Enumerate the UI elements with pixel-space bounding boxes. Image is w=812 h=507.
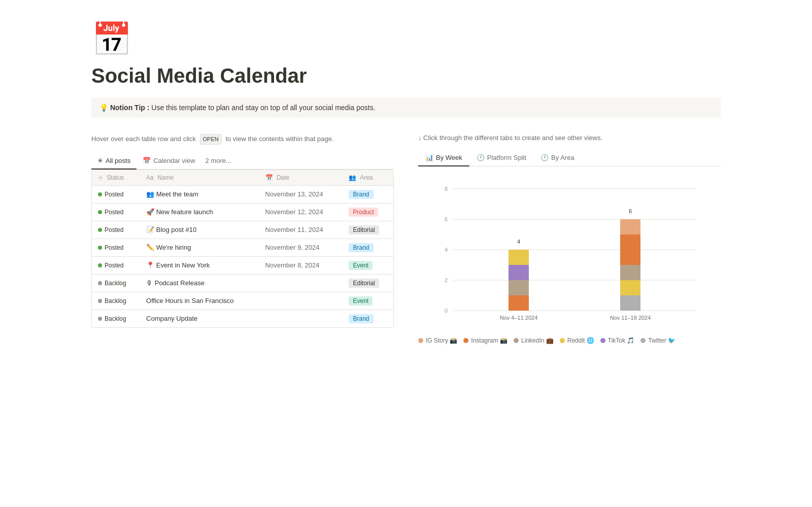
svg-text:8: 8 bbox=[445, 186, 448, 192]
cell-status: Posted bbox=[92, 185, 140, 203]
status-badge: Posted bbox=[98, 262, 123, 269]
table-header-row: ⊹ Status Aa Name 📅 Date bbox=[92, 170, 393, 186]
status-label: Posted bbox=[105, 209, 123, 216]
cell-area: Brand bbox=[343, 185, 393, 203]
right-column: ↓ Click through the different tabs to cr… bbox=[418, 134, 721, 344]
cell-area: Event bbox=[343, 292, 393, 310]
tip-icon: 💡 bbox=[99, 104, 108, 112]
status-dot bbox=[98, 228, 102, 232]
bar-week2-linkedin bbox=[620, 265, 640, 280]
page-title: Social Media Calendar bbox=[91, 64, 721, 87]
cell-status: Posted bbox=[92, 239, 140, 256]
table-row[interactable]: Posted 📍 Event in New YorkNovember 8, 20… bbox=[92, 256, 393, 274]
bar-week2-instagram bbox=[620, 234, 640, 265]
area-tag: Editorial bbox=[349, 225, 379, 234]
page-icon: 📅 bbox=[91, 20, 721, 58]
legend-label-linkedin: LinkedIn 💼 bbox=[521, 337, 554, 344]
svg-text:4: 4 bbox=[445, 247, 448, 253]
open-badge: OPEN bbox=[200, 134, 222, 145]
area-tag: Brand bbox=[349, 190, 373, 199]
chart-tab-by-week[interactable]: 📊 By Week bbox=[418, 150, 469, 166]
tab-calendar-view[interactable]: 📅 Calendar view bbox=[137, 153, 201, 170]
legend-dot-linkedin bbox=[514, 338, 519, 343]
svg-text:Nov 4–11 2024: Nov 4–11 2024 bbox=[500, 315, 538, 321]
cell-name: 🎙 Podcast Release bbox=[140, 274, 259, 292]
cell-status: Posted bbox=[92, 256, 140, 274]
legend-ig-story: IG Story 📸 bbox=[418, 337, 457, 344]
bar-week1-instagram bbox=[509, 295, 529, 311]
legend-instagram: Instagram 📸 bbox=[463, 337, 507, 344]
table-row[interactable]: Backlog Company UpdateBrand bbox=[92, 310, 393, 327]
cell-area: Brand bbox=[343, 310, 393, 327]
chart-tab-by-area[interactable]: 🕐 By Area bbox=[533, 150, 582, 166]
cell-status: Posted bbox=[92, 221, 140, 239]
table-row[interactable]: Posted ✏️ We're hiringNovember 9, 2024Br… bbox=[92, 239, 393, 256]
legend-label-twitter: Twitter 🐦 bbox=[648, 337, 675, 344]
status-badge: Backlog bbox=[98, 315, 126, 322]
tab-all-posts-label: All posts bbox=[106, 157, 130, 164]
notion-tip: 💡 Notion Tip : Use this template to plan… bbox=[91, 97, 721, 118]
tip-label: Notion Tip : bbox=[110, 104, 150, 112]
area-tag: Brand bbox=[349, 243, 373, 252]
table-row[interactable]: Posted 📝 Blog post #10November 11, 2024E… bbox=[92, 221, 393, 239]
legend-linkedin: LinkedIn 💼 bbox=[514, 337, 554, 344]
chart-tab-platform-split[interactable]: 🕐 Platform Split bbox=[469, 150, 533, 166]
table-row[interactable]: Posted 🚀 New feature launchNovember 12, … bbox=[92, 203, 393, 221]
status-col-icon: ⊹ bbox=[98, 174, 103, 181]
legend-dot-instagram bbox=[463, 338, 468, 343]
col-date: 📅 Date bbox=[259, 170, 343, 186]
legend-twitter: Twitter 🐦 bbox=[640, 337, 675, 344]
status-badge: Backlog bbox=[98, 280, 126, 287]
status-dot bbox=[98, 281, 102, 285]
table-row[interactable]: Backlog Office Hours in San FranciscoEve… bbox=[92, 292, 393, 310]
status-dot bbox=[98, 317, 102, 321]
status-dot bbox=[98, 299, 102, 303]
legend-dot-twitter bbox=[640, 338, 646, 343]
tab-all-posts[interactable]: ✳ All posts bbox=[91, 153, 137, 170]
legend-dot-tiktok bbox=[600, 338, 605, 343]
legend-label-instagram: Instagram 📸 bbox=[471, 337, 507, 344]
name-col-icon: Aa bbox=[146, 174, 154, 181]
chart-legend: IG Story 📸 Instagram 📸 LinkedIn 💼 Reddit… bbox=[418, 337, 721, 344]
area-tag: Editorial bbox=[349, 279, 379, 288]
table-row[interactable]: Backlog 🎙 Podcast ReleaseEditorial bbox=[92, 274, 393, 292]
area-tag: Product bbox=[349, 208, 378, 217]
area-tag: Brand bbox=[349, 314, 373, 323]
bar-week2-reddit bbox=[620, 280, 640, 295]
more-tabs-button[interactable]: 2 more... bbox=[201, 153, 235, 168]
status-badge: Posted bbox=[98, 191, 123, 198]
table-tabs-row: ✳ All posts 📅 Calendar view 2 more... bbox=[91, 153, 394, 170]
cell-area: Editorial bbox=[343, 221, 393, 239]
left-instruction: Hover over each table row and click OPEN… bbox=[91, 134, 394, 145]
chart-tabs-row: 📊 By Week 🕐 Platform Split 🕐 By Area bbox=[418, 150, 721, 166]
status-badge: Posted bbox=[98, 226, 123, 233]
legend-label-reddit: Reddit 🌐 bbox=[567, 337, 594, 344]
cell-area: Event bbox=[343, 256, 393, 274]
cell-date bbox=[259, 274, 343, 292]
legend-dot-reddit bbox=[560, 338, 565, 343]
svg-text:6: 6 bbox=[629, 208, 632, 214]
status-badge: Posted bbox=[98, 244, 123, 251]
table-row[interactable]: Posted 👥 Meet the teamNovember 13, 2024B… bbox=[92, 185, 393, 203]
by-area-label: By Area bbox=[551, 154, 574, 161]
chart-instruction: ↓ Click through the different tabs to cr… bbox=[418, 134, 721, 142]
bar-week2-igstory bbox=[620, 219, 640, 234]
legend-label-ig-story: IG Story 📸 bbox=[426, 337, 457, 344]
tab-calendar-view-label: Calendar view bbox=[153, 157, 195, 164]
cell-name: 👥 Meet the team bbox=[140, 185, 259, 203]
cell-name: 📝 Blog post #10 bbox=[140, 221, 259, 239]
status-badge: Backlog bbox=[98, 297, 126, 305]
cell-status: Posted bbox=[92, 203, 140, 221]
by-week-label: By Week bbox=[436, 154, 462, 161]
posts-table: ⊹ Status Aa Name 📅 Date bbox=[91, 170, 394, 328]
platform-split-label: Platform Split bbox=[487, 154, 526, 161]
cell-area: Product bbox=[343, 203, 393, 221]
cell-name: 📍 Event in New York bbox=[140, 256, 259, 274]
page-container: 📅 Social Media Calendar 💡 Notion Tip : U… bbox=[51, 0, 761, 364]
svg-text:Nov 11–18 2024: Nov 11–18 2024 bbox=[610, 315, 651, 321]
cell-name: ✏️ We're hiring bbox=[140, 239, 259, 256]
cell-name: Company Update bbox=[140, 310, 259, 327]
legend-label-tiktok: TikTok 🎵 bbox=[608, 337, 635, 344]
status-dot bbox=[98, 210, 102, 214]
all-posts-icon: ✳ bbox=[97, 157, 103, 164]
